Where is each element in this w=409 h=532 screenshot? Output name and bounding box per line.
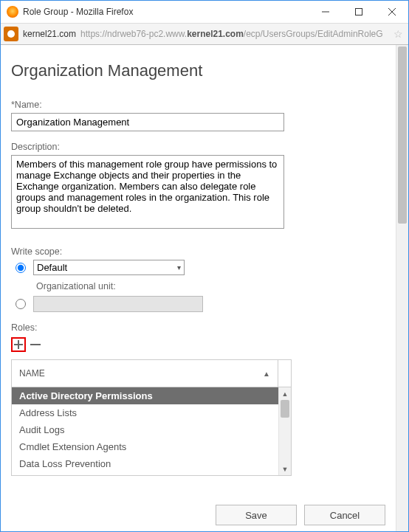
role-row[interactable]: Active Directory Permissions (12, 387, 278, 404)
address-bar: kernel21.com https://ndrweb76-pc2.www.ke… (1, 23, 408, 45)
scroll-thumb[interactable] (398, 46, 407, 224)
minimize-button[interactable] (309, 1, 342, 23)
roles-toolbar (11, 337, 385, 352)
bookmark-icon[interactable]: ☆ (391, 28, 405, 40)
scope-default-row: Default ▾ (11, 260, 385, 275)
roles-scrollbar[interactable]: ▲ ▼ (278, 387, 291, 475)
name-label: *Name: (11, 100, 385, 110)
footer-buttons: Save Cancel (216, 505, 385, 525)
scope-ou-row (11, 296, 385, 312)
name-input[interactable] (11, 113, 284, 131)
close-button[interactable] (375, 1, 408, 23)
firefox-icon (7, 6, 18, 18)
url-display[interactable]: https://ndrweb76-pc2.www.kernel21.com/ec… (80, 29, 391, 39)
add-role-button[interactable] (11, 337, 26, 352)
window-title: Role Group - Mozilla Firefox (23, 7, 309, 17)
ou-section: Organizational unit: (36, 281, 385, 291)
scope-select-value: Default (37, 262, 67, 273)
role-row[interactable]: Audit Logs (12, 421, 278, 438)
role-row[interactable]: Cmdlet Extension Agents (12, 438, 278, 455)
scope-default-radio[interactable] (16, 263, 26, 273)
description-label: Description: (11, 142, 385, 152)
roles-list: Active Directory Permissions Address Lis… (12, 387, 278, 475)
description-textarea[interactable]: Members of this management role group ha… (11, 155, 284, 229)
window-titlebar: Role Group - Mozilla Firefox (1, 1, 408, 23)
maximize-button[interactable] (342, 1, 375, 23)
role-row[interactable]: Address Lists (12, 404, 278, 421)
scroll-thumb[interactable] (281, 400, 289, 418)
roles-table: NAME ▲ Active Directory Permissions Addr… (11, 359, 292, 476)
site-domain: kernel21.com (23, 29, 76, 39)
window-controls (309, 1, 408, 23)
scope-select[interactable]: Default ▾ (33, 260, 185, 275)
roles-header: NAME ▲ (11, 359, 292, 387)
sort-asc-icon: ▲ (263, 370, 270, 378)
name-column-header[interactable]: NAME ▲ (12, 360, 278, 387)
write-scope-label: Write scope: (11, 246, 385, 257)
svg-rect-1 (355, 9, 362, 15)
roles-label: Roles: (11, 322, 385, 333)
page-title: Organization Management (11, 61, 385, 80)
page-content: Organization Management *Name: Descripti… (1, 45, 396, 531)
ou-input[interactable] (33, 296, 203, 312)
chevron-down-icon: ▾ (177, 263, 181, 272)
scope-ou-radio[interactable] (16, 299, 26, 309)
cancel-button[interactable]: Cancel (304, 505, 385, 525)
site-identity-icon[interactable] (4, 27, 18, 41)
scroll-up-icon[interactable]: ▲ (279, 387, 291, 400)
ou-label: Organizational unit: (36, 281, 385, 291)
page-viewport: Organization Management *Name: Descripti… (1, 45, 408, 531)
page-scrollbar[interactable] (396, 45, 408, 531)
plus-icon (14, 340, 23, 349)
roles-list-wrap: Active Directory Permissions Address Lis… (11, 387, 292, 476)
role-row[interactable]: Data Loss Prevention (12, 455, 278, 472)
save-button[interactable]: Save (216, 505, 297, 525)
remove-role-button[interactable] (30, 344, 41, 345)
scroll-down-icon[interactable]: ▼ (279, 463, 291, 475)
